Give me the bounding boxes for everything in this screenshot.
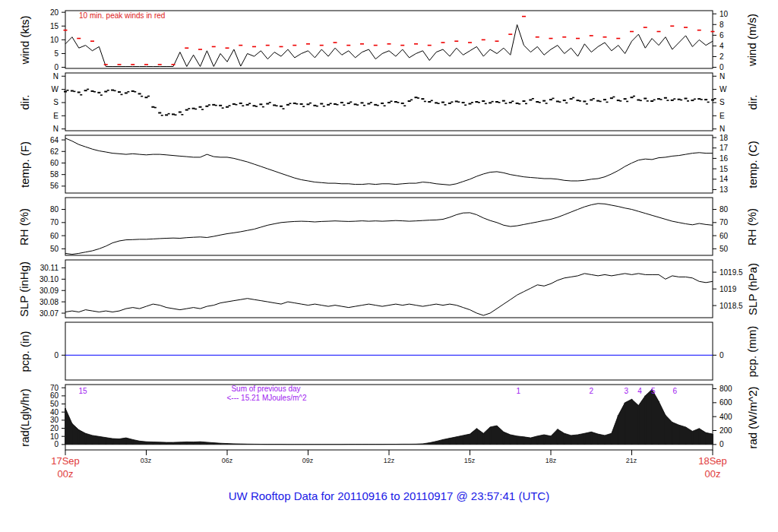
- temperature-f-series: [65, 138, 713, 185]
- wind-right-tick-label: 0: [719, 63, 724, 71]
- wind-direction-deg-dot: [428, 101, 431, 103]
- wind-direction-deg-dot: [435, 102, 438, 103]
- rh-left-tick-label: 80: [50, 205, 59, 214]
- wind-direction-deg-dot: [657, 98, 660, 100]
- wind-direction-deg-dot: [394, 101, 397, 103]
- wind-direction-deg-dot: [165, 114, 168, 116]
- wind-direction-deg-dot: [415, 97, 418, 98]
- wind-direction-deg-dot: [151, 106, 154, 108]
- relative-humidity-pct-series: [65, 204, 713, 255]
- wind-direction-deg-dot: [640, 100, 642, 101]
- dir-right-tick-label: N: [719, 72, 725, 81]
- axis-title-rad-lgly: rad(Lgly/hr): [3, 385, 46, 450]
- wind-direction-deg-dot: [469, 103, 472, 105]
- wind-direction-deg-dot: [77, 91, 81, 93]
- rad-left-tick-label: 20: [50, 424, 59, 432]
- wind-direction-deg-dot: [114, 90, 116, 92]
- wind-direction-deg-dot: [134, 91, 136, 93]
- wind-direction-deg-dot: [523, 100, 526, 102]
- wind-direction-deg-dot: [181, 114, 183, 116]
- wind-direction-deg-dot: [215, 105, 217, 106]
- wind-direction-deg-dot: [276, 105, 278, 106]
- wind-direction-deg-dot: [617, 100, 620, 101]
- wind-direction-deg-dot: [370, 102, 372, 103]
- wind-direction-deg-dot: [347, 103, 350, 104]
- temp-left-tick-label: 56: [50, 182, 59, 190]
- axis-title-dir-right: dir.: [731, 73, 773, 131]
- rad-hour-mark-4: 4: [637, 387, 642, 395]
- xtick-15z: 15z: [453, 457, 486, 464]
- wind-direction-deg-dot: [302, 106, 305, 107]
- wind-direction-deg-dot: [356, 104, 359, 106]
- wind-direction-deg-dot: [222, 107, 224, 109]
- xtick-18z: 18z: [534, 457, 568, 464]
- wind-direction-deg-dot: [226, 106, 229, 108]
- xtick-09z: 09z: [291, 457, 324, 464]
- temp-right-tick-label: 18: [719, 134, 729, 142]
- temp-left-tick-label: 58: [50, 170, 59, 179]
- wind-direction-deg-dot: [397, 102, 399, 103]
- wind-direction-deg-dot: [354, 103, 357, 105]
- wind-direction-deg-dot: [349, 101, 352, 103]
- wind-direction-deg-dot: [492, 101, 494, 103]
- wind-direction-deg-dot: [577, 100, 580, 101]
- wind-direction-deg-dot: [536, 101, 539, 103]
- rad-left-tick-label: 70: [50, 384, 59, 392]
- wind-direction-deg-dot: [205, 106, 208, 107]
- wind-direction-deg-dot: [309, 103, 312, 104]
- xaxis-end-date: 18Sep 00z: [688, 454, 737, 480]
- wind-direction-deg-dot: [147, 96, 150, 97]
- wind-direction-deg-dot: [363, 105, 365, 106]
- axis-title-temp-c: temp. (C): [731, 135, 773, 193]
- rad-left-tick-label: 50: [50, 400, 59, 408]
- wind-direction-deg-dot: [599, 101, 602, 103]
- rh-right-tick-label: 60: [719, 232, 729, 240]
- wind-direction-deg-dot: [208, 104, 210, 106]
- wind-direction-deg-dot: [199, 106, 202, 108]
- rh-right-tick-label: 50: [719, 245, 729, 253]
- axis-title-wind-kts: wind (kts): [3, 11, 46, 68]
- pcp-right-tick-label: 0: [719, 351, 724, 359]
- wind-direction-deg-dot: [253, 105, 256, 106]
- wind-direction-deg-dot: [516, 103, 519, 104]
- axis-title-slp-hpa: SLP (hPa): [731, 260, 773, 318]
- wind-direction-deg-dot: [471, 102, 473, 103]
- wind-direction-deg-dot: [532, 98, 534, 100]
- wind-direction-deg-dot: [286, 104, 289, 106]
- rad-left-tick-label: 0: [54, 440, 59, 448]
- wind-direction-deg-dot: [307, 103, 310, 105]
- wind-direction-deg-dot: [334, 103, 337, 105]
- wind-direction-deg-dot: [172, 113, 175, 115]
- wind-direction-deg-dot: [511, 100, 514, 102]
- wind-direction-deg-dot: [509, 102, 512, 103]
- wind-direction-deg-dot: [300, 103, 303, 105]
- wind-direction-deg-dot: [381, 103, 384, 104]
- wind-direction-deg-dot: [266, 103, 269, 105]
- wind-direction-deg-dot: [498, 102, 501, 103]
- rh-left-tick-label: 50: [50, 245, 59, 253]
- wind-direction-deg-dot: [64, 90, 67, 92]
- wind-direction-deg-dot: [565, 103, 568, 104]
- rad-hour-mark-1: 1: [517, 387, 521, 395]
- wind-direction-deg-dot: [637, 99, 640, 100]
- axis-title-pcp-in: pcp. (in): [3, 322, 46, 380]
- wind-direction-deg-dot: [232, 103, 236, 105]
- wind-direction-deg-dot: [201, 109, 204, 110]
- wind-right-tick-label: 6: [719, 31, 724, 40]
- dir-right-tick-label: S: [719, 98, 725, 106]
- wind-direction-deg-dot: [694, 99, 696, 100]
- wind-direction-deg-dot: [67, 90, 69, 91]
- wind-direction-deg-dot: [579, 100, 581, 102]
- temp-left-tick-label: 62: [50, 147, 59, 156]
- wind-direction-deg-dot: [141, 96, 143, 97]
- wind-direction-deg-dot: [80, 94, 82, 96]
- meteogram-plot-canvas: 051015200246810NWSENNWSEN565860626413141…: [0, 0, 778, 532]
- wind-direction-deg-dot: [246, 104, 249, 106]
- wind-direction-deg-dot: [107, 90, 109, 91]
- wind-direction-deg-dot: [495, 101, 498, 103]
- wind-direction-deg-dot: [660, 99, 663, 100]
- wind-direction-deg-dot: [262, 106, 264, 108]
- wind-direction-deg-dot: [666, 100, 669, 101]
- xtick-12z: 12z: [372, 457, 406, 464]
- wind-direction-deg-dot: [71, 90, 74, 92]
